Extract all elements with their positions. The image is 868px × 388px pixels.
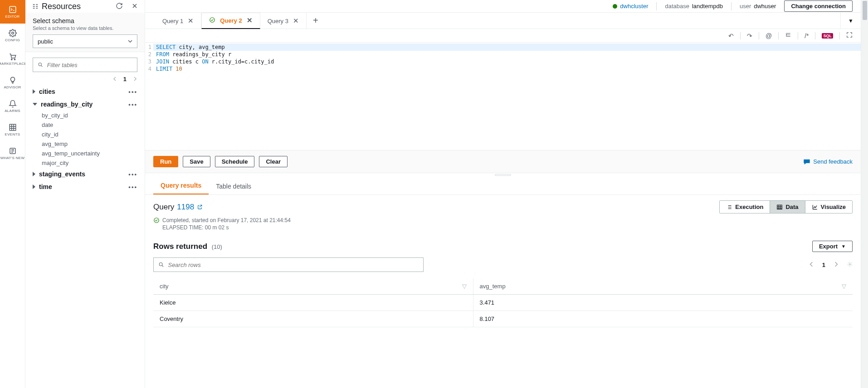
code-line[interactable]: LIMIT 10 <box>153 65 861 73</box>
vnav-label: EDITOR <box>5 15 20 19</box>
save-button[interactable]: Save <box>183 156 210 167</box>
view-data[interactable]: Data <box>770 201 805 213</box>
column-item[interactable]: date <box>42 120 137 130</box>
table-menu-button[interactable]: ••• <box>128 171 137 178</box>
close-tab-button[interactable]: ✕ <box>247 16 253 24</box>
vnav-marketplace[interactable]: MARKETPLACE <box>0 47 25 71</box>
vnav-events[interactable]: EVENTS <box>0 118 25 141</box>
rows-settings-button[interactable] <box>847 262 853 268</box>
undo-button[interactable]: ↶ <box>728 32 734 39</box>
close-tab-button[interactable]: ✕ <box>293 17 299 25</box>
query-tab[interactable]: Query 2✕ <box>201 13 260 29</box>
external-link-icon <box>197 204 203 210</box>
comment-button[interactable]: /* <box>805 32 809 39</box>
pager-next[interactable] <box>133 76 137 82</box>
at-button[interactable]: @ <box>766 32 772 39</box>
chevron-down-icon: ▼ <box>841 244 846 249</box>
rows-search-input[interactable] <box>153 257 424 272</box>
table-name: cities <box>39 88 55 95</box>
column-header[interactable]: city▽ <box>153 278 473 295</box>
table-menu-button[interactable]: ••• <box>128 101 137 108</box>
vnav-advisor[interactable]: ADVISOR <box>0 71 25 94</box>
cart-icon <box>9 53 17 61</box>
tabs-menu-button[interactable]: ▼ <box>840 13 861 29</box>
filter-tables-input[interactable] <box>33 58 137 72</box>
chevron-right-icon <box>133 77 137 81</box>
status-dot-icon <box>613 4 617 9</box>
code-line[interactable]: JOIN cities c ON r.city_id=c.city_id <box>153 58 861 65</box>
rows-returned-title: Rows returned <box>153 242 207 251</box>
svg-rect-0 <box>10 6 16 13</box>
results-table: city▽avg_temp▽ Kielce3.471Coventry8.107 <box>153 278 853 327</box>
pager-prev[interactable] <box>112 76 117 82</box>
scrollbar[interactable] <box>861 0 868 388</box>
export-button[interactable]: Export ▼ <box>812 241 853 252</box>
close-panel-button[interactable] <box>131 2 138 11</box>
fullscreen-button[interactable] <box>846 32 853 39</box>
column-item[interactable]: avg_temp_uncertainty <box>42 149 137 158</box>
tab-table-details[interactable]: Table details <box>209 178 258 194</box>
cell: 8.107 <box>473 311 853 327</box>
sql-editor[interactable]: 1234 SELECT city, avg_tempFROM readings_… <box>145 43 861 150</box>
table-row[interactable]: Coventry8.107 <box>153 311 853 327</box>
table-item[interactable]: cities ••• <box>33 85 137 98</box>
tree-icon <box>32 3 39 10</box>
vnav-alarms[interactable]: ALARMS <box>0 94 25 118</box>
run-button[interactable]: Run <box>153 156 178 167</box>
connection-bar: dwhcluster database landtempdb user dwhu… <box>145 0 861 13</box>
editor-icon <box>9 5 17 14</box>
column-item[interactable]: by_city_id <box>42 111 137 120</box>
column-header[interactable]: avg_temp▽ <box>473 278 853 295</box>
vnav-editor[interactable]: EDITOR <box>0 0 25 24</box>
column-item[interactable]: city_id <box>42 130 137 139</box>
view-execution[interactable]: Execution <box>720 201 770 213</box>
caret-right-icon <box>33 184 35 189</box>
cell: 3.471 <box>473 295 853 311</box>
add-tab-button[interactable]: + <box>307 15 325 26</box>
list-icon <box>726 204 732 210</box>
indent-button[interactable] <box>785 32 791 39</box>
vnav-config[interactable]: CONFIG <box>0 24 25 47</box>
tab-label: Query 1 <box>162 18 183 24</box>
rows-pager-next[interactable] <box>834 262 839 268</box>
schema-select[interactable]: public <box>33 34 137 48</box>
svg-point-11 <box>849 263 851 265</box>
rows-pager-prev[interactable] <box>809 262 814 268</box>
vnav-whatsnew[interactable]: WHAT'S NEW <box>0 141 25 165</box>
schedule-button[interactable]: Schedule <box>215 156 255 167</box>
scroll-thumb[interactable] <box>863 1 867 20</box>
code-line[interactable]: FROM readings_by_city r <box>153 51 861 58</box>
cluster-link[interactable]: dwhcluster <box>620 3 648 10</box>
vnav-label: WHAT'S NEW <box>0 156 25 160</box>
table-item[interactable]: time ••• <box>33 180 137 193</box>
svg-point-3 <box>14 58 15 59</box>
vnav-label: ALARMS <box>5 109 20 113</box>
tab-query-results[interactable]: Query results <box>153 177 209 194</box>
view-visualize[interactable]: Visualize <box>805 201 852 213</box>
table-row[interactable]: Kielce3.471 <box>153 295 853 311</box>
column-item[interactable]: avg_temp <box>42 139 137 149</box>
resize-handle[interactable] <box>145 173 861 177</box>
bell-icon <box>9 100 17 108</box>
column-item[interactable]: major_city <box>42 158 137 168</box>
resources-panel: Resources Select schema Select a schema … <box>25 0 145 388</box>
query-tab[interactable]: Query 3✕ <box>260 13 307 29</box>
change-connection-button[interactable]: Change connection <box>784 0 853 12</box>
table-item[interactable]: staging_events ••• <box>33 168 137 180</box>
svg-point-7 <box>210 17 215 22</box>
table-item[interactable]: readings_by_city ••• <box>33 98 137 111</box>
close-tab-button[interactable]: ✕ <box>188 17 194 25</box>
sort-icon: ▽ <box>842 283 846 290</box>
svg-point-9 <box>154 218 159 223</box>
query-id-link[interactable]: 1198 <box>177 203 194 212</box>
refresh-button[interactable] <box>116 2 123 11</box>
send-feedback-link[interactable]: Send feedback <box>803 158 853 165</box>
code-line[interactable]: SELECT city, avg_temp <box>153 44 861 51</box>
clear-button[interactable]: Clear <box>259 156 288 167</box>
results-body: Query 1198 Execution Data Visualize <box>145 195 861 388</box>
table-menu-button[interactable]: ••• <box>128 184 137 190</box>
redo-button[interactable]: ↷ <box>747 32 752 39</box>
table-menu-button[interactable]: ••• <box>128 88 137 95</box>
query-tab[interactable]: Query 1✕ <box>155 13 201 29</box>
table-list: cities ••• readings_by_city •••by_city_i… <box>33 85 137 193</box>
